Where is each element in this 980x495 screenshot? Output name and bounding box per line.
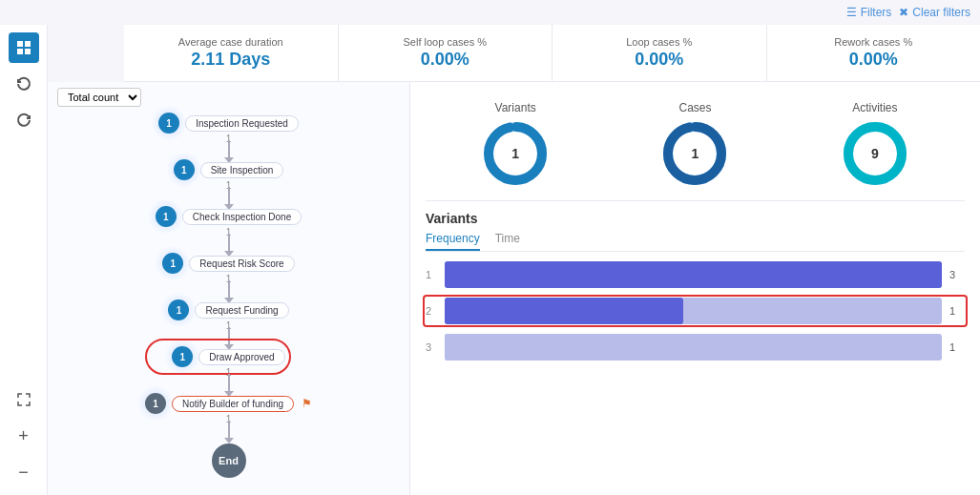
bar-fill-1	[445, 261, 942, 288]
connector-3	[228, 280, 230, 299]
bar-fill-3	[445, 334, 683, 361]
sidebar-cw-icon[interactable]	[9, 105, 39, 135]
node-label-0[interactable]: Inspection Requested	[185, 115, 299, 132]
bar-row-3[interactable]: 3 1	[426, 334, 965, 361]
donut-activities-title: Activities	[852, 101, 897, 114]
metric-avg-case-label: Average case duration	[178, 36, 283, 48]
right-panel: Variants 1 Cases 1 Activities	[410, 82, 980, 495]
node-circle-6[interactable]: 1	[145, 393, 166, 414]
connector-6	[228, 421, 230, 440]
connector-2	[228, 234, 230, 253]
donut-variants-chart: 1	[482, 120, 549, 187]
node-notify-builder: 1 Notify Builder of funding ⚑	[145, 393, 312, 414]
clear-filters-button[interactable]: ✖ Clear filters	[899, 6, 970, 19]
variants-section: Variants Frequency Time 1 3 2 1 3	[426, 201, 965, 361]
node-circle-0[interactable]: 1	[158, 113, 179, 134]
metric-rework-label: Rework cases %	[834, 36, 912, 48]
connector-5	[228, 374, 230, 393]
top-bar: ☰ Filters ✖ Clear filters	[0, 0, 980, 25]
donuts-row: Variants 1 Cases 1 Activities	[426, 92, 965, 201]
filters-label: Filters	[861, 6, 892, 19]
metric-loop-cases-label: Loop cases %	[626, 36, 692, 48]
total-count-select[interactable]: Total count	[57, 88, 141, 107]
bar-row-1[interactable]: 1 3	[426, 261, 965, 288]
sidebar-ccw-icon[interactable]	[9, 69, 39, 99]
sidebar-grid-icon[interactable]	[9, 32, 39, 63]
svg-rect-3	[25, 49, 31, 54]
metric-rework: Rework cases % 0.00%	[767, 25, 981, 81]
node-label-5[interactable]: Draw Approved	[198, 349, 284, 365]
donut-cases-chart: 1	[661, 120, 728, 187]
filter-icon: ☰	[846, 6, 857, 19]
notify-flag-icon: ⚑	[302, 397, 312, 410]
metric-self-loop-value: 0.00%	[421, 50, 469, 70]
donut-cases-title: Cases	[678, 101, 711, 114]
connector-4	[228, 327, 230, 346]
donut-variants: Variants 1	[482, 101, 549, 187]
node-label-1[interactable]: Site Inspection	[200, 162, 284, 178]
donut-cases: Cases 1	[661, 101, 728, 187]
sidebar-zoom-out-icon[interactable]: −	[9, 457, 39, 487]
node-request-risk-score: 1 Request Risk Score	[162, 253, 294, 274]
node-circle-1[interactable]: 1	[174, 159, 195, 180]
metric-loop-cases: Loop cases % 0.00%	[553, 25, 767, 81]
filters-button[interactable]: ☰ Filters	[846, 6, 892, 19]
metric-loop-cases-value: 0.00%	[635, 50, 683, 70]
metric-rework-value: 0.00%	[849, 50, 898, 70]
bar-row-2[interactable]: 2 1	[426, 298, 965, 324]
variants-tabs: Frequency Time	[426, 232, 965, 252]
donut-variants-title: Variants	[495, 101, 536, 114]
sidebar-fullscreen-icon[interactable]	[9, 384, 39, 415]
node-check-inspection: 1 Check Inspection Done	[156, 206, 302, 227]
metric-avg-case-value: 2.11 Days	[191, 50, 270, 70]
bar-num-3: 3	[426, 341, 437, 353]
svg-rect-2	[17, 49, 23, 54]
bar-num-2: 2	[426, 305, 437, 317]
metric-self-loop: Self loop cases % 0.00%	[339, 25, 553, 81]
metric-avg-case: Average case duration 2.11 Days	[124, 25, 339, 81]
svg-rect-0	[17, 41, 23, 47]
clear-filters-label: Clear filters	[912, 6, 970, 19]
bar-track-2	[445, 298, 942, 324]
connector-0	[228, 140, 230, 159]
bar-count-2: 1	[949, 305, 965, 317]
metric-self-loop-label: Self loop cases %	[404, 36, 487, 48]
process-area: Total count 1 Inspection Requested 1	[48, 82, 410, 495]
bar-track-1	[445, 261, 942, 288]
node-draw-approved: 1 Draw Approved	[172, 346, 284, 367]
bar-track-3	[445, 334, 942, 361]
node-site-inspection: 1 Site Inspection	[174, 159, 284, 180]
node-circle-2[interactable]: 1	[156, 206, 177, 227]
node-label-6[interactable]: Notify Builder of funding	[172, 396, 294, 412]
donut-activities-chart: 9	[842, 120, 908, 187]
tab-frequency[interactable]: Frequency	[426, 232, 480, 251]
donut-cases-value: 1	[692, 146, 699, 161]
node-label-4[interactable]: Request Funding	[195, 302, 288, 319]
bar-fill-2	[445, 298, 683, 324]
node-inspection-requested: 1 Inspection Requested	[158, 113, 299, 134]
donut-variants-value: 1	[511, 146, 519, 161]
node-label-2[interactable]: Check Inspection Done	[182, 209, 302, 225]
flow-container: 1 Inspection Requested 1 1 Site Inspecti…	[48, 113, 409, 478]
bar-count-1: 3	[949, 269, 965, 280]
tab-time[interactable]: Time	[495, 232, 520, 251]
clear-filter-icon: ✖	[899, 6, 908, 19]
bar-count-3: 1	[949, 341, 965, 353]
variants-title: Variants	[426, 211, 965, 226]
node-label-3[interactable]: Request Risk Score	[189, 256, 294, 272]
svg-rect-1	[25, 41, 31, 47]
end-node[interactable]: End	[212, 443, 246, 478]
donut-activities: Activities 9	[842, 101, 908, 187]
metrics-bar: Average case duration 2.11 Days Self loo…	[124, 25, 980, 82]
total-count-bar: Total count	[48, 82, 409, 113]
connector-1	[228, 187, 230, 206]
bar-num-1: 1	[426, 269, 437, 280]
node-request-funding: 1 Request Funding	[168, 299, 288, 320]
left-sidebar: + −	[0, 25, 48, 495]
sidebar-zoom-in-icon[interactable]: +	[9, 421, 39, 451]
donut-activities-value: 9	[871, 146, 879, 161]
